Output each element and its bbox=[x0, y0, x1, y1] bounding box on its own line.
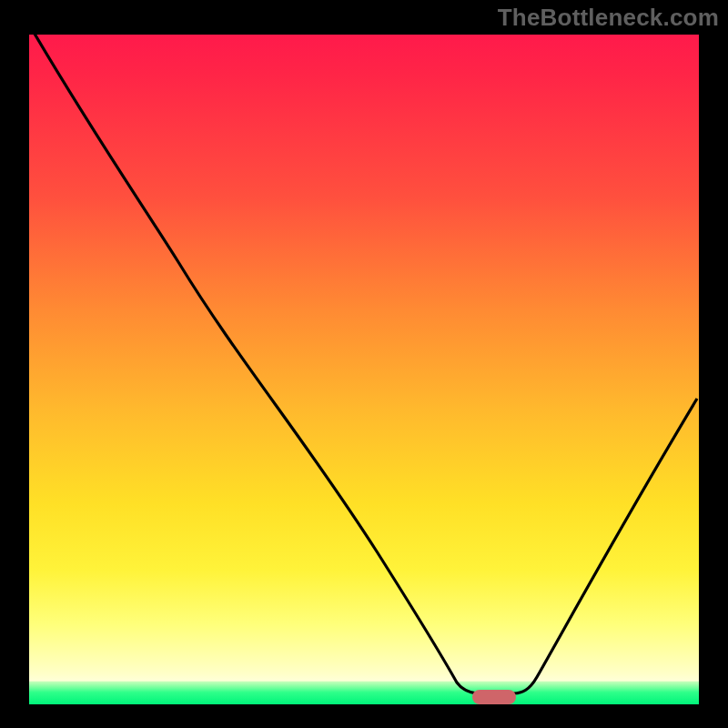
bottleneck-curve bbox=[29, 35, 699, 704]
optimal-marker bbox=[472, 690, 516, 704]
chart-frame: TheBottleneck.com bbox=[0, 0, 728, 728]
plot-area bbox=[29, 35, 699, 704]
watermark-text: TheBottleneck.com bbox=[498, 4, 719, 32]
